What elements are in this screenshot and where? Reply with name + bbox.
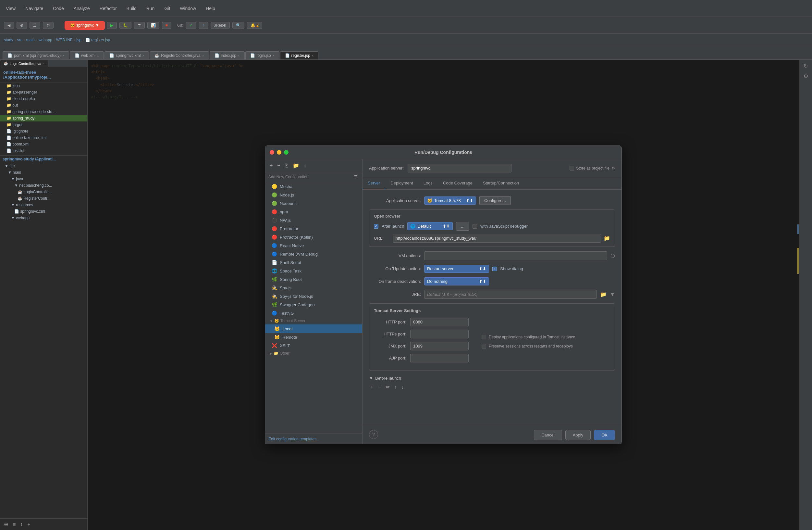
debug-button[interactable]: 🐛 (119, 22, 131, 29)
after-launch-checkbox[interactable]: ✓ (374, 224, 378, 228)
config-nodeunit[interactable]: 🟢 Nodeunit (265, 199, 362, 208)
sidebar-item-eureka[interactable]: 📁 cloud-eureka (0, 96, 87, 102)
sidebar-item-iml[interactable]: 📄 online-taxi-three.iml (0, 135, 87, 141)
sidebar-item-idea[interactable]: 📁 idea (0, 83, 87, 89)
http-port-input[interactable] (410, 318, 469, 326)
breadcrumb-main[interactable]: main (26, 38, 35, 42)
before-launch-edit[interactable]: ✏ (384, 383, 391, 391)
on-frame-select[interactable]: Do nothing ⬆⬇ (424, 277, 489, 285)
config-spring-boot[interactable]: 🌿 Spring Boot (265, 275, 362, 283)
before-launch-up[interactable]: ↑ (393, 383, 398, 391)
sidebar-item-springmvc-xml[interactable]: 📄 springmvc.xml (0, 208, 87, 215)
tab-login-jsp[interactable]: 📄 login.jsp × (245, 51, 279, 59)
config-remote-jvm[interactable]: 🔵 Remote JVM Debug (265, 250, 362, 258)
bottom-tool-4[interactable]: + (26, 520, 31, 528)
add-config-btn[interactable]: + (269, 162, 274, 169)
edit-templates-link[interactable]: Edit configuration templates... (269, 437, 320, 441)
menu-code[interactable]: Code (51, 4, 66, 12)
jre-folder-btn[interactable]: 📁 (600, 291, 607, 297)
config-nodejs[interactable]: 🟢 Node.js (265, 191, 362, 199)
stop-button[interactable]: ■ (162, 22, 171, 29)
config-testng[interactable]: 🔵 TestNG (265, 309, 362, 317)
sidebar-item-out[interactable]: 📁 out (0, 102, 87, 109)
sidebar-item-main[interactable]: ▼ main (0, 169, 87, 176)
breadcrumb-src[interactable]: src (17, 38, 23, 42)
menu-build[interactable]: Build (125, 4, 139, 12)
cancel-button[interactable]: Cancel (534, 430, 562, 440)
tab-logs[interactable]: Logs (418, 177, 438, 189)
jmx-port-input[interactable] (410, 341, 469, 350)
on-update-select[interactable]: Restart server ⬆⬇ (424, 265, 489, 273)
gutter-settings-btn[interactable]: ⚙ (803, 73, 808, 79)
tab-pom-close[interactable]: × (62, 54, 64, 57)
config-space-task[interactable]: 🌐 Space Task (265, 267, 362, 275)
tab-code-coverage[interactable]: Code Coverage (438, 177, 478, 189)
jre-input[interactable] (424, 290, 597, 299)
tab-login-controller[interactable]: ☕ LoginController.java × (0, 60, 48, 67)
jre-dropdown-btn[interactable]: ▼ (610, 292, 615, 297)
config-npm[interactable]: 🔴 npm (265, 208, 362, 216)
filter-config-btn[interactable]: ☰ (353, 174, 359, 180)
run-config-selector[interactable]: 🐱 springmvc ▼ (65, 22, 104, 29)
sidebar-item-resources[interactable]: ▼ resources (0, 202, 87, 208)
config-react-native[interactable]: 🔵 React Native (265, 241, 362, 250)
url-input[interactable] (393, 234, 601, 242)
browser-select[interactable]: 🌐 Default ⬆⬇ (407, 222, 453, 230)
tab-index-jsp[interactable]: 📄 index.jsp × (210, 51, 245, 59)
config-tomcat-remote[interactable]: 🐱 Remote (265, 333, 362, 341)
preserve-sessions-cb[interactable] (482, 344, 486, 348)
breadcrumb-study[interactable]: study (4, 38, 13, 42)
tab-register-controller[interactable]: ☕ RegisterController.java × (150, 51, 209, 59)
before-launch-title[interactable]: ▼ Before launch (369, 376, 615, 381)
git-check-button[interactable]: ✓ (186, 22, 196, 29)
tab-web-xml[interactable]: 📄 web.xml × (70, 51, 104, 59)
sidebar-item-gitignore[interactable]: 📄 .gitignore (0, 128, 87, 135)
menu-run[interactable]: Run (144, 4, 157, 12)
config-tomcat-group[interactable]: 🐱 Tomcat Server (265, 317, 362, 324)
notifications-button[interactable]: 🔔 2 (247, 22, 262, 29)
traffic-light-maximize[interactable] (284, 150, 289, 155)
show-dialog-checkbox[interactable]: ✓ (492, 267, 497, 271)
copy-config-btn[interactable]: ⎘ (284, 162, 290, 169)
config-mocha[interactable]: 🟡 Mocha (265, 182, 362, 191)
tab-register-jsp[interactable]: 📄 register.jsp × (280, 51, 319, 59)
tab-springmvc-xml[interactable]: 📄 springmvc.xml × (104, 51, 149, 59)
bottom-tool-3[interactable]: ↕ (19, 520, 24, 528)
store-project-file-checkbox[interactable] (569, 166, 574, 170)
menu-help[interactable]: Help (204, 4, 217, 12)
vm-expand-btn[interactable]: ⬡ (610, 253, 615, 259)
breadcrumb-register[interactable]: 📄 register.jsp (85, 38, 110, 42)
tab-web-xml-close[interactable]: × (97, 54, 99, 57)
sidebar-item-package[interactable]: ▼ net.biancheng.co... (0, 182, 87, 189)
reload-button[interactable]: ⊕ (17, 22, 27, 29)
config-protractor[interactable]: 🔴 Protractor (265, 224, 362, 233)
help-button[interactable]: ? (369, 430, 378, 439)
git-push-button[interactable]: ↑ (199, 22, 208, 29)
bottom-tool-2[interactable]: ≡ (11, 520, 17, 528)
breadcrumb-jsp[interactable]: jsp (76, 38, 81, 42)
sidebar-item-target[interactable]: 📁 target (0, 122, 87, 128)
config-swagger[interactable]: 🌿 Swagger Codegen (265, 301, 362, 309)
tab-index-close[interactable]: × (238, 54, 240, 57)
tab-rc-close[interactable]: × (202, 54, 204, 57)
tab-server[interactable]: Server (363, 177, 385, 189)
search-button[interactable]: 🔍 (232, 22, 244, 29)
coverage-button[interactable]: ☂ (134, 22, 145, 29)
sidebar-item-login-ctrl[interactable]: ☕ LoginControlle... (0, 189, 87, 195)
url-folder-btn[interactable]: 📁 (604, 235, 610, 241)
js-debugger-checkbox[interactable] (473, 224, 477, 228)
sidebar-item-api[interactable]: 📁 api-passenger (0, 89, 87, 96)
before-launch-remove[interactable]: − (376, 383, 382, 391)
menu-refactor[interactable]: Refactor (98, 4, 119, 12)
tab-login-close[interactable]: × (273, 54, 275, 57)
sidebar-item-webapp[interactable]: ▼ webapp (0, 215, 87, 221)
sidebar-springmvc-section[interactable]: springmvc-study /Applicati... (0, 155, 87, 163)
vm-options-input[interactable] (424, 251, 607, 260)
tab-deployment[interactable]: Deployment (385, 177, 418, 189)
config-protractor-kotlin[interactable]: 🔴 Protractor (Kotlin) (265, 233, 362, 241)
apply-button[interactable]: Apply (565, 430, 591, 440)
sidebar-item-poom[interactable]: 📄 poom.xml (0, 141, 87, 148)
sidebar-item-test[interactable]: 📄 test.txt (0, 148, 87, 154)
run-button[interactable]: ▶ (107, 22, 117, 29)
name-input[interactable] (408, 164, 511, 172)
